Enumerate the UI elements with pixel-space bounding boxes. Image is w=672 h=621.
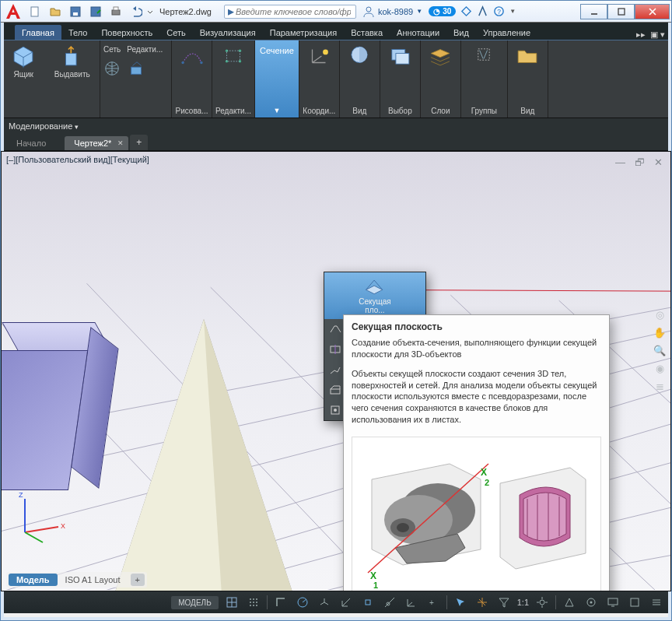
layout-tab-add[interactable]: + xyxy=(131,574,145,586)
app-icon[interactable] xyxy=(477,5,488,17)
tool-edit1[interactable]: Редакти... xyxy=(127,45,163,54)
tool-mesh[interactable]: Сеть xyxy=(103,45,121,54)
search-icon: ▸ xyxy=(228,4,234,19)
tab-mesh[interactable]: Сеть xyxy=(159,25,192,40)
undo-button[interactable] xyxy=(127,4,145,19)
nav-showmotion-icon[interactable]: ≣ xyxy=(653,379,667,393)
sb-osnap-icon[interactable] xyxy=(338,594,355,611)
sb-clean-icon[interactable] xyxy=(626,594,643,611)
tab-annotate[interactable]: Аннотации xyxy=(390,25,446,40)
status-model[interactable]: МОДЕЛЬ xyxy=(171,596,218,609)
sb-ortho-icon[interactable] xyxy=(272,594,289,611)
vc-close-icon[interactable]: ✕ xyxy=(654,156,663,168)
help-icon[interactable]: ? xyxy=(493,5,505,17)
vc-minimize-icon[interactable]: — xyxy=(615,156,625,168)
sb-iso-icon[interactable] xyxy=(316,594,333,611)
nav-wheel-icon[interactable]: ◎ xyxy=(653,307,667,321)
sb-polar-icon[interactable] xyxy=(294,594,311,611)
sb-dyn-icon[interactable]: + xyxy=(425,594,442,611)
tab-insert[interactable]: Вставка xyxy=(344,25,390,40)
svg-text:X: X xyxy=(370,570,376,581)
help-dropdown-icon[interactable]: ▼ xyxy=(509,8,516,15)
tab-manage[interactable]: Управление xyxy=(476,25,537,40)
doc-tab-add[interactable]: + xyxy=(130,135,148,150)
user-area[interactable]: kok-8989 ▼ xyxy=(362,5,422,18)
tool-selection[interactable] xyxy=(387,43,413,69)
tab-solid[interactable]: Тело xyxy=(61,25,95,40)
svg-rect-4 xyxy=(112,10,120,15)
sb-3dosnap-icon[interactable] xyxy=(359,594,376,611)
print-button[interactable] xyxy=(107,4,125,19)
status-scale[interactable]: 1:1 xyxy=(517,598,529,607)
svg-rect-93 xyxy=(631,598,639,606)
close-icon[interactable]: ✕ xyxy=(117,139,124,147)
tool-draw[interactable] xyxy=(179,43,205,69)
panel-edit2: Редакти... xyxy=(212,40,255,118)
tool-extrude[interactable]: Выдавить xyxy=(54,43,90,81)
maximize-button[interactable] xyxy=(607,4,635,19)
ribbon-overflow[interactable]: ▸▸ ▣ ▾ xyxy=(636,30,671,40)
tab-home[interactable]: Главная xyxy=(15,25,61,40)
svg-rect-5 xyxy=(114,7,118,10)
layout-tab-a1[interactable]: ISO A1 Layout xyxy=(58,574,128,586)
doc-tab-current[interactable]: Чертеж2*✕ xyxy=(65,136,128,150)
nav-pan-icon[interactable]: ✋ xyxy=(653,325,667,339)
exchange-icon[interactable] xyxy=(460,5,472,17)
tab-visualize[interactable]: Визуализация xyxy=(193,25,263,40)
sb-gizmo-icon[interactable] xyxy=(474,594,491,611)
panel-modeling: Ящик Выдавить xyxy=(1,40,100,118)
user-icon xyxy=(362,5,375,18)
edit-icon[interactable] xyxy=(128,60,145,77)
saveas-button[interactable] xyxy=(86,4,105,19)
section-plane-item[interactable]: Секущаяпло... xyxy=(324,272,425,319)
open-file-button[interactable] xyxy=(46,4,65,19)
sb-grid-icon[interactable] xyxy=(223,594,240,611)
sb-annoscale-icon[interactable] xyxy=(561,594,578,611)
sb-otrack-icon[interactable] xyxy=(381,594,398,611)
save-button[interactable] xyxy=(66,4,85,19)
new-file-button[interactable] xyxy=(26,4,44,19)
user-name: kok-8989 xyxy=(378,7,413,16)
viewport-label[interactable]: [–][Пользовательский вид][Текущий] xyxy=(6,155,149,164)
ucs-icon[interactable]: X Z xyxy=(16,489,70,544)
layout-tab-model[interactable]: Модель xyxy=(9,574,58,586)
minimize-button[interactable] xyxy=(580,4,607,19)
sb-monitor-icon[interactable] xyxy=(604,594,621,611)
tool-rview[interactable] xyxy=(514,43,541,69)
tool-box[interactable]: Ящик xyxy=(10,43,37,81)
sb-workspace-icon[interactable] xyxy=(583,594,600,611)
nav-zoom-icon[interactable]: 🔍 xyxy=(653,343,667,357)
sb-cursor-icon[interactable] xyxy=(452,594,469,611)
qat-dropdown[interactable] xyxy=(147,4,153,19)
tab-parametric[interactable]: Параметризация xyxy=(263,25,344,40)
tab-view[interactable]: Вид xyxy=(446,25,476,40)
close-button[interactable] xyxy=(635,4,670,19)
app-logo[interactable] xyxy=(4,2,23,21)
svg-point-72 xyxy=(256,598,257,600)
doc-tab-home[interactable]: Начало xyxy=(7,136,63,150)
search-input[interactable] xyxy=(234,6,352,17)
tool-coord[interactable] xyxy=(306,43,332,69)
panel-subtitle[interactable]: Моделирование xyxy=(1,118,671,134)
nav-orbit-icon[interactable]: ◉ xyxy=(653,361,667,375)
tooltip-p2: Объекты секущей плоскости создают сечени… xyxy=(344,367,609,432)
mesh-sphere-icon[interactable] xyxy=(103,60,121,77)
tool-layers[interactable] xyxy=(427,43,453,69)
group-icon[interactable] xyxy=(477,47,491,61)
sb-snap-icon[interactable] xyxy=(245,594,262,611)
tool-edit2[interactable] xyxy=(220,43,247,69)
panel-section[interactable]: Сечение ▼ xyxy=(255,40,299,118)
viewport[interactable]: [–][Пользовательский вид][Текущий] — 🗗 ✕… xyxy=(1,151,671,591)
sb-customize-icon[interactable] xyxy=(648,594,665,611)
svg-text:2: 2 xyxy=(485,478,489,487)
sb-filter-icon[interactable] xyxy=(495,594,513,611)
trial-badge[interactable]: ◔30 xyxy=(429,6,456,16)
sb-gear-icon[interactable] xyxy=(534,594,551,611)
search-box[interactable]: ▸ xyxy=(224,5,356,19)
vc-restore-icon[interactable]: 🗗 xyxy=(635,156,645,168)
status-bar: МОДЕЛЬ + 1:1 xyxy=(1,591,671,613)
object-cone xyxy=(103,319,305,591)
sb-ucs-icon[interactable] xyxy=(403,594,420,611)
tool-view-style[interactable] xyxy=(346,43,373,69)
tab-surface[interactable]: Поверхность xyxy=(94,25,159,40)
